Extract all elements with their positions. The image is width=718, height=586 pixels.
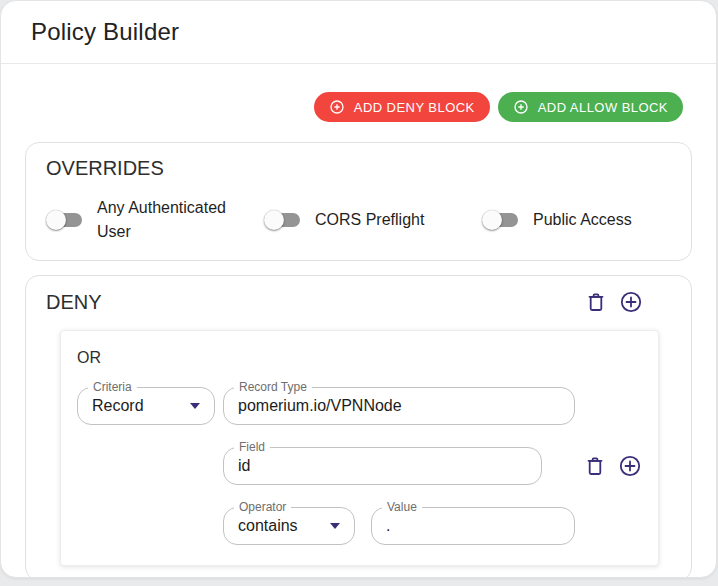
toggle-label: Any Authenticated User [97, 196, 247, 244]
criteria-row: Criteria Record Record Type [77, 387, 642, 425]
value-field: Value [371, 507, 575, 545]
plus-circle-icon [618, 454, 642, 478]
deny-block-title: DENY [46, 291, 102, 314]
deny-block-section: DENY [25, 275, 692, 578]
cors-preflight-switch[interactable] [264, 209, 302, 231]
deny-block-header: DENY [38, 288, 679, 314]
overrides-section: OVERRIDES Any Authenticated User CORS Pr… [25, 142, 692, 261]
toggle-public-access: Public Access [482, 196, 632, 244]
delete-deny-block-button[interactable] [584, 290, 608, 314]
record-type-input[interactable] [238, 397, 560, 415]
field-field: Field [223, 447, 542, 485]
public-access-switch[interactable] [482, 209, 520, 231]
overrides-title: OVERRIDES [38, 155, 679, 180]
criteria-select[interactable]: Criteria Record [77, 387, 215, 425]
operator-select-label: Operator [234, 501, 291, 514]
add-deny-block-label: ADD DENY BLOCK [354, 100, 475, 115]
card-header: Policy Builder [1, 1, 716, 64]
delete-criterion-button[interactable] [583, 454, 607, 478]
plus-circle-icon [513, 99, 529, 115]
switch-knob [264, 210, 284, 230]
operator-row: Operator contains Value [77, 507, 642, 545]
criteria-select-value: Record [92, 397, 144, 415]
field-row: Field [77, 447, 642, 485]
deny-block-actions [584, 290, 643, 314]
policy-builder-card: Policy Builder ADD DENY BLOCK ADD ALLOW … [0, 0, 717, 578]
field-input[interactable] [238, 457, 527, 475]
overrides-toggles: Any Authenticated User CORS Preflight Pu… [38, 196, 679, 244]
switch-knob [482, 210, 502, 230]
record-type-field-label: Record Type [234, 381, 312, 394]
group-operator-label: OR [77, 349, 642, 367]
add-allow-block-label: ADD ALLOW BLOCK [538, 100, 668, 115]
switch-knob [46, 210, 66, 230]
chevron-down-icon [190, 403, 200, 409]
criterion-actions [583, 454, 642, 478]
page-title: Policy Builder [31, 18, 179, 46]
add-group-button[interactable] [619, 290, 643, 314]
toggle-any-authenticated-user: Any Authenticated User [46, 196, 264, 244]
chevron-down-icon [330, 523, 340, 529]
criteria-select-label: Criteria [88, 381, 137, 394]
record-type-field: Record Type [223, 387, 575, 425]
plus-circle-icon [619, 290, 643, 314]
value-field-label: Value [382, 501, 422, 514]
any-authenticated-user-switch[interactable] [46, 209, 84, 231]
toggle-label: Public Access [533, 208, 632, 232]
toggle-cors-preflight: CORS Preflight [264, 196, 482, 244]
add-criterion-button[interactable] [618, 454, 642, 478]
trash-icon [584, 290, 608, 314]
add-allow-block-button[interactable]: ADD ALLOW BLOCK [498, 92, 683, 122]
toggle-label: CORS Preflight [315, 208, 424, 232]
add-deny-block-button[interactable]: ADD DENY BLOCK [314, 92, 490, 122]
field-field-label: Field [234, 441, 270, 454]
card-content: ADD DENY BLOCK ADD ALLOW BLOCK OVERRIDES [1, 64, 716, 578]
or-group-card: OR Criteria Record Record Type Field [60, 330, 659, 566]
trash-icon [583, 454, 607, 478]
operator-select-value: contains [238, 517, 298, 535]
operator-select[interactable]: Operator contains [223, 507, 355, 545]
block-actions: ADD DENY BLOCK ADD ALLOW BLOCK [25, 92, 692, 122]
value-input[interactable] [386, 517, 560, 535]
plus-circle-icon [329, 99, 345, 115]
